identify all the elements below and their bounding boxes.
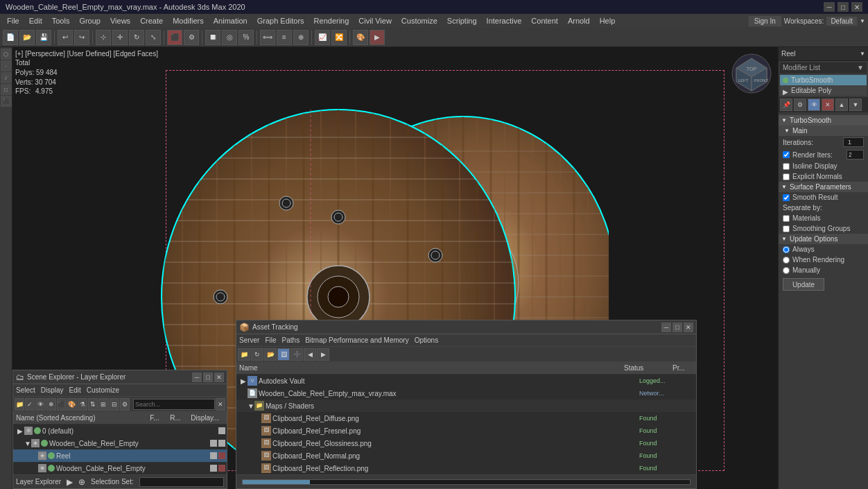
at-nav-next-button[interactable]: ▶	[317, 348, 329, 361]
when-rendering-radio[interactable]	[783, 257, 790, 264]
materials-checkbox[interactable]	[783, 215, 790, 222]
close-button[interactable]: ✕	[851, 2, 862, 12]
se-group2-button[interactable]: ⊟	[110, 398, 119, 411]
se-search-input[interactable]	[133, 399, 215, 410]
menu-tools[interactable]: Tools	[48, 15, 74, 26]
move-down-button[interactable]: ▼	[849, 98, 862, 111]
at-add-button[interactable]: ➕	[290, 348, 303, 361]
polygon-button[interactable]: □	[1, 84, 12, 95]
titlebar-controls[interactable]: ─ □ ✕	[824, 2, 862, 12]
se-row-wooden-cable[interactable]: ▼ ◈ Wooden_Cable_Reel_Empty	[13, 437, 227, 449]
menu-civil-view[interactable]: Civil View	[354, 15, 395, 26]
se-new-layer-button[interactable]: 📁	[15, 398, 24, 411]
workspace-value[interactable]: Default	[826, 17, 857, 26]
align-button[interactable]: ≡	[277, 30, 292, 45]
menu-create[interactable]: Create	[136, 15, 167, 26]
edge-button[interactable]: /	[1, 72, 12, 83]
move-up-button[interactable]: ▲	[835, 98, 848, 111]
sign-in-button[interactable]: Sign In	[749, 16, 781, 26]
se-expand-0[interactable]: ▶	[17, 427, 24, 435]
se-menu-display[interactable]: Display	[41, 386, 64, 394]
modifier-turbosmooth[interactable]: TurboSmooth	[780, 75, 867, 85]
at-expand-2[interactable]: ▼	[248, 402, 254, 410]
menu-arnold[interactable]: Arnold	[564, 15, 594, 26]
at-close-button[interactable]: ✕	[684, 323, 693, 332]
menu-modifiers[interactable]: Modifiers	[168, 15, 208, 26]
select-object-button[interactable]: ⬡	[1, 49, 12, 60]
menu-animation[interactable]: Animation	[209, 15, 252, 26]
se-search-clear-button[interactable]: ✕	[216, 398, 225, 411]
menu-views[interactable]: Views	[106, 15, 134, 26]
redo-button[interactable]: ↪	[74, 30, 89, 45]
render-button[interactable]: ⬛	[167, 30, 182, 45]
at-menu-options[interactable]: Options	[415, 336, 438, 344]
at-row-file[interactable]: 📄 Wooden_Cable_Reel_Empty_max_vray.max N…	[236, 387, 696, 400]
se-color-button[interactable]: 🎨	[67, 398, 77, 411]
at-menu-bitmap[interactable]: Bitmap Performance and Memory	[305, 336, 409, 344]
mirror-button[interactable]: ⟺	[260, 30, 275, 45]
turbosmooth-main-section[interactable]: ▼ Main	[779, 126, 868, 136]
se-close-button[interactable]: ✕	[214, 372, 224, 382]
at-menu-server[interactable]: Server	[239, 336, 259, 344]
configure-button[interactable]: ⚙	[794, 98, 806, 111]
se-layer-explorer-label[interactable]: Layer Explorer	[16, 478, 61, 486]
menu-edit[interactable]: Edit	[25, 15, 46, 26]
show-in-viewport-button[interactable]: 👁	[808, 98, 820, 111]
se-menu-select[interactable]: Select	[16, 386, 35, 394]
modifier-list-dropdown-icon[interactable]: ▼	[857, 64, 864, 71]
at-row-glossiness[interactable]: 🖼 Clipboard_Reel_Glossiness.png Found	[236, 437, 696, 449]
at-folder-button[interactable]: 📁	[238, 348, 250, 361]
at-minimize-button[interactable]: ─	[661, 323, 671, 332]
menu-help[interactable]: Help	[596, 15, 620, 26]
render-iters-input[interactable]	[847, 150, 864, 160]
undo-button[interactable]: ↩	[58, 30, 73, 45]
maximize-button[interactable]: □	[837, 2, 849, 12]
new-file-button[interactable]: 📄	[3, 30, 18, 45]
se-selection-set-icon[interactable]: ▶	[67, 477, 73, 487]
se-menu-edit[interactable]: Edit	[69, 386, 81, 394]
explicit-normals-checkbox[interactable]	[783, 173, 790, 180]
se-restore-button[interactable]: □	[203, 372, 213, 382]
minimize-button[interactable]: ─	[824, 2, 835, 12]
at-nav-prev-button[interactable]: ◀	[304, 348, 316, 361]
at-menu-paths[interactable]: Paths	[282, 336, 300, 344]
at-row-fresnel[interactable]: 🖼 Clipboard_Reel_Fresnel.png Found	[236, 424, 696, 437]
se-menu-customize[interactable]: Customize	[87, 386, 119, 394]
menu-content[interactable]: Content	[527, 15, 562, 26]
menu-group[interactable]: Group	[75, 15, 105, 26]
percent-snap-button[interactable]: %	[238, 30, 254, 45]
render-iters-checkbox[interactable]	[783, 151, 790, 158]
menu-file[interactable]: File	[3, 15, 24, 26]
isoline-checkbox[interactable]	[783, 163, 790, 170]
se-settings-button[interactable]: ⚙	[120, 398, 130, 411]
manually-radio[interactable]	[783, 267, 790, 274]
save-file-button[interactable]: 💾	[36, 30, 51, 45]
se-sort-button[interactable]: ⇅	[88, 398, 98, 411]
layer-button[interactable]: ⊕	[293, 30, 309, 45]
se-minimize-button[interactable]: ─	[192, 372, 202, 382]
at-row-vault[interactable]: ▶ V Autodesk Vault Logged...	[236, 375, 696, 387]
material-button[interactable]: 🎨	[353, 30, 368, 45]
always-radio[interactable]	[783, 246, 790, 253]
object-name-dropdown-icon[interactable]: ▼	[860, 51, 865, 57]
at-row-reflection[interactable]: 🖼 Clipboard_Reel_Reflection.png Found	[236, 462, 696, 474]
smoothing-groups-checkbox[interactable]	[783, 225, 790, 232]
select-button[interactable]: ⊹	[96, 30, 111, 45]
smooth-result-checkbox[interactable]	[783, 194, 790, 201]
schematic-button[interactable]: 🔀	[331, 30, 347, 45]
modifier-editable-poly[interactable]: ▶ Editable Poly	[780, 85, 867, 96]
workspace-dropdown-icon[interactable]: ▼	[860, 18, 865, 24]
menu-interactive[interactable]: Interactive	[483, 15, 526, 26]
se-hide-button[interactable]: 👁	[35, 398, 45, 411]
se-add-layer-icon[interactable]: ⊕	[78, 477, 85, 487]
element-button[interactable]: ⬛	[1, 96, 12, 107]
se-freeze-button[interactable]: ❄	[46, 398, 56, 411]
turbosmooth-title[interactable]: ▼ TurboSmooth	[779, 115, 868, 126]
angle-snap-button[interactable]: ◎	[222, 30, 237, 45]
at-row-normal[interactable]: 🖼 Clipboard_Reel_Normal.png Found	[236, 449, 696, 462]
at-expand-0[interactable]: ▶	[241, 377, 248, 385]
se-group1-button[interactable]: ⊞	[98, 398, 108, 411]
nav-cube[interactable]: TOP LEFT FRONT	[731, 53, 772, 94]
se-selection-input[interactable]	[139, 477, 224, 487]
at-bitmap-button[interactable]: 🖼	[277, 348, 290, 361]
